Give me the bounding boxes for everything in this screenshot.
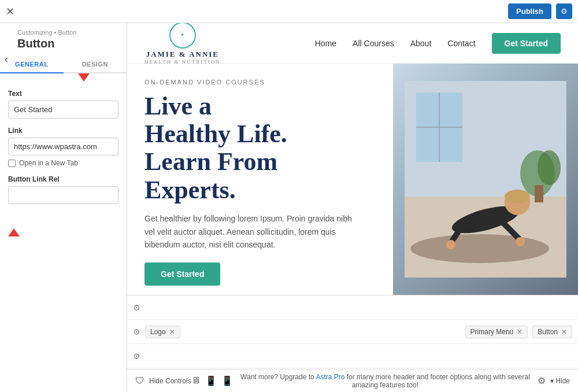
footer-center: Want more? Upgrade to Astra Pro for many…	[233, 373, 538, 389]
footer-settings-button[interactable]: ⚙	[538, 375, 546, 386]
top-bar: ✕ Publish ⚙	[0, 0, 578, 23]
mobile-icon[interactable]: 📱	[221, 375, 233, 386]
button-link-rel-label: Button Link Rel	[8, 175, 118, 183]
tab-design[interactable]: DESIGN	[64, 56, 127, 73]
primary-menu-chip-close[interactable]: ✕	[517, 328, 523, 336]
breadcrumb-section: Button	[58, 29, 77, 36]
svg-point-6	[538, 150, 561, 185]
link-label: Link	[8, 127, 118, 135]
yoga-illustration	[405, 81, 566, 278]
text-input[interactable]	[8, 101, 118, 119]
button-link-rel-group: Button Link Rel	[8, 175, 118, 204]
hero-content: ON-DEMAND VIDEO COURSES Live a Healthy L…	[127, 64, 393, 295]
breadcrumb-sep: •	[54, 29, 58, 36]
sidebar-form: Text Link Open in a New Tab Button Link …	[0, 82, 127, 220]
logo-chip-close[interactable]: ✕	[169, 328, 175, 336]
logo-chip[interactable]: Logo ✕	[145, 326, 180, 338]
close-button[interactable]: ✕	[6, 5, 14, 18]
hero-description: Get healthier by following lorem Ipsum. …	[144, 212, 364, 251]
primary-menu-chip-label: Primary Menu	[470, 328, 514, 336]
row1-gear-icon[interactable]: ⚙	[133, 303, 140, 312]
builder-row-2: ⚙ Logo ✕ Primary Menu ✕ Button ✕	[127, 320, 578, 344]
svg-point-15	[446, 240, 455, 249]
hero-image-placeholder	[393, 64, 578, 295]
top-bar-left: ✕	[6, 5, 14, 18]
hero-title-line1: Live a	[144, 92, 212, 120]
sidebar-header: Customizing • Button Button	[0, 23, 127, 50]
back-button[interactable]: ‹	[5, 53, 8, 65]
arrow-up-indicator	[0, 226, 127, 236]
hero-title-line2: Healthy Life.	[144, 120, 287, 148]
open-new-tab-row: Open in a New Tab	[8, 159, 118, 167]
sidebar-title: Button	[17, 37, 118, 50]
breadcrumb-customizing: Customizing	[17, 29, 53, 36]
button-chip-label: Button	[538, 328, 558, 336]
site-nav: ✦ JAMIE & ANNIE HEALTH & NUTRITION Home …	[127, 23, 578, 64]
footer-left: 🛡 Hide Controls	[135, 376, 191, 386]
hero-title: Live a Healthy Life. Learn From Experts.	[144, 93, 376, 205]
svg-point-14	[516, 237, 525, 246]
svg-point-8	[410, 234, 549, 263]
hero-title-line3: Learn From	[144, 147, 277, 176]
hero-image	[393, 64, 578, 295]
svg-point-11	[505, 190, 530, 204]
hide-controls-button[interactable]: Hide Controls	[149, 377, 191, 385]
upgrade-text: Want more? Upgrade to	[240, 373, 314, 381]
footer-bar: 🛡 Hide Controls 🖥 📱 📱 Want more? Upgrade…	[127, 369, 578, 392]
row3-gear-icon[interactable]: ⚙	[133, 352, 140, 361]
button-chip-close[interactable]: ✕	[561, 328, 567, 336]
nav-link-home[interactable]: Home	[315, 39, 336, 48]
svg-rect-7	[535, 185, 543, 202]
hero-title-line4: Experts.	[144, 176, 236, 204]
settings-button[interactable]: ⚙	[556, 3, 572, 19]
text-label: Text	[8, 90, 118, 98]
link-field-group: Link Open in a New Tab	[8, 127, 118, 167]
device-icons: 🖥 📱 📱	[191, 375, 233, 386]
logo-chip-label: Logo	[150, 328, 166, 336]
text-field-group: Text	[8, 90, 118, 119]
row2-gear-icon[interactable]: ⚙	[133, 327, 140, 336]
open-new-tab-checkbox[interactable]	[8, 160, 16, 167]
nav-cta-button[interactable]: Get Started	[492, 33, 561, 54]
upgrade-link[interactable]: Astra Pro	[316, 373, 344, 381]
site-logo: ✦ JAMIE & ANNIE HEALTH & NUTRITION	[144, 23, 221, 65]
button-link-rel-input[interactable]	[8, 186, 118, 204]
hero-tag: ON-DEMAND VIDEO COURSES	[144, 79, 376, 86]
nav-link-all-courses[interactable]: All Courses	[353, 39, 394, 48]
preview-area: ✦ JAMIE & ANNIE HEALTH & NUTRITION Home …	[127, 23, 578, 392]
builder-bottom: ⚙ ⚙ Logo ✕ Primary Menu ✕	[127, 295, 578, 368]
logo-inner: ✦	[180, 32, 185, 38]
desktop-icon[interactable]: 🖥	[191, 375, 201, 386]
tablet-icon[interactable]: 📱	[205, 375, 217, 386]
tab-general[interactable]: GENERAL	[0, 56, 64, 73]
footer-right: ⚙ ▾ Hide	[538, 375, 570, 386]
shield-icon: 🛡	[135, 376, 144, 386]
button-chip[interactable]: Button ✕	[532, 326, 572, 338]
arrow-down-indicator	[0, 73, 127, 82]
site-nav-links: Home All Courses About Contact Get Start…	[315, 33, 561, 54]
logo-text-main: JAMIE & ANNIE	[146, 50, 219, 59]
logo-circle: ✦	[169, 23, 196, 49]
hero-cta-wrapper: Get Started	[144, 262, 376, 286]
sidebar: ‹ Customizing • Button Button GENERAL DE…	[0, 23, 127, 392]
primary-menu-chip[interactable]: Primary Menu ✕	[465, 326, 528, 338]
top-bar-center: Publish ⚙	[508, 3, 572, 19]
breadcrumb: Customizing • Button	[17, 29, 118, 36]
nav-link-contact[interactable]: Contact	[447, 39, 475, 48]
builder-row-3: ⚙	[127, 344, 578, 368]
website-frame: ✦ JAMIE & ANNIE HEALTH & NUTRITION Home …	[127, 23, 578, 369]
publish-button[interactable]: Publish	[508, 3, 551, 19]
nav-link-about[interactable]: About	[410, 39, 432, 48]
builder-row-1: ⚙	[127, 295, 578, 320]
link-input[interactable]	[8, 138, 118, 156]
hero-cta-button[interactable]: Get Started	[144, 262, 220, 286]
open-new-tab-label: Open in a New Tab	[19, 159, 78, 167]
sidebar-tabs: GENERAL DESIGN	[0, 56, 127, 73]
hero-section: ON-DEMAND VIDEO COURSES Live a Healthy L…	[127, 64, 578, 295]
hide-controls-label: Hide Controls	[149, 377, 191, 385]
main-layout: ‹ Customizing • Button Button GENERAL DE…	[0, 23, 578, 392]
upgrade-suffix: for many more header and footer options …	[347, 373, 530, 389]
hide-right-button[interactable]: ▾ Hide	[550, 377, 570, 385]
